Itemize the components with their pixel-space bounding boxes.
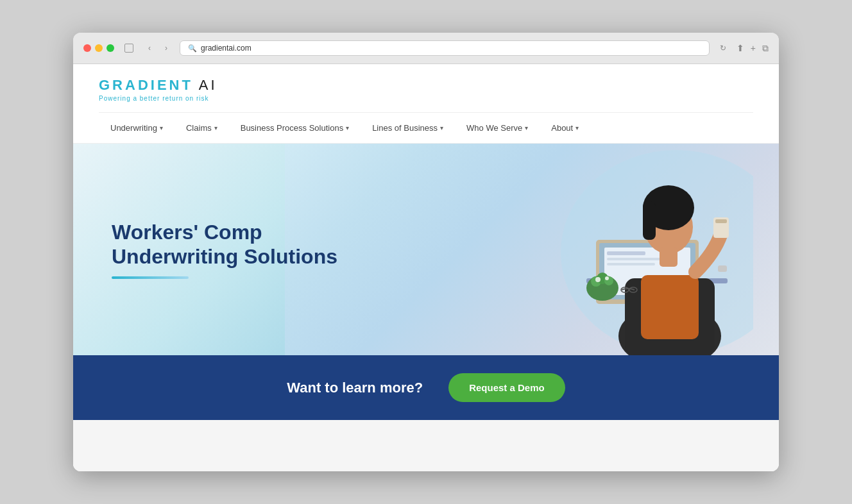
minimize-button[interactable] [95,44,103,52]
nav-item-about[interactable]: About ▾ [540,113,590,143]
logo[interactable]: GRADIENT AI Powering a better return on … [99,77,753,102]
close-button[interactable] [83,44,91,52]
browser-actions: ⬆ + ⧉ [737,43,769,54]
svg-rect-6 [607,258,665,260]
maximize-button[interactable] [106,44,114,52]
svg-rect-23 [718,265,727,272]
chevron-down-icon: ▾ [525,124,528,131]
nav-label-claims: Claims [186,123,212,133]
hero-accent-bar [112,276,189,279]
hero-title: Workers' Comp Underwriting Solutions [112,220,337,269]
main-nav: Underwriting ▾ Claims ▾ Business Process… [99,112,753,143]
svg-rect-7 [607,263,655,265]
logo-ai-text: AI [193,77,217,93]
chevron-down-icon: ▾ [440,124,443,131]
hero-section: Workers' Comp Underwriting Solutions [73,144,779,355]
search-icon: 🔍 [188,44,197,53]
svg-point-22 [605,276,609,280]
duplicate-icon[interactable]: ⧉ [762,43,769,54]
svg-rect-16 [715,219,727,223]
hero-title-line1: Workers' Comp [112,221,262,244]
nav-item-who-we-serve[interactable]: Who We Serve ▾ [455,113,540,143]
hero-title-line2: Underwriting Solutions [112,245,337,268]
svg-rect-5 [607,251,645,255]
svg-point-21 [595,277,601,282]
nav-item-lines[interactable]: Lines of Business ▾ [361,113,455,143]
chevron-down-icon: ▾ [214,124,217,131]
site-header: GRADIENT AI Powering a better return on … [73,64,779,144]
browser-toolbar: ‹ › 🔍 gradientai.com ↻ ⬆ + ⧉ [73,33,779,64]
chevron-down-icon: ▾ [160,124,163,131]
request-demo-button[interactable]: Request a Demo [448,373,565,402]
nav-label-underwriting: Underwriting [110,123,157,133]
address-bar[interactable]: 🔍 gradientai.com [180,40,710,56]
chevron-down-icon: ▾ [346,124,349,131]
refresh-button[interactable]: ↻ [717,42,729,54]
nav-label-about: About [551,123,573,133]
website-content: GRADIENT AI Powering a better return on … [73,64,779,471]
browser-window: ‹ › 🔍 gradientai.com ↻ ⬆ + ⧉ GRADIENT AI… [73,33,779,471]
window-layout-icon [124,44,133,53]
traffic-lights [83,44,114,52]
nav-label-bps: Business Process Solutions [241,123,343,133]
cta-text: Want to learn more? [287,380,423,396]
nav-label-who-we-serve: Who We Serve [466,123,522,133]
new-tab-icon[interactable]: + [751,43,756,54]
svg-rect-12 [660,248,677,267]
hero-content: Workers' Comp Underwriting Solutions [73,220,337,280]
browser-controls: ‹ › [144,42,172,54]
svg-rect-10 [641,275,699,339]
svg-rect-14 [643,201,656,240]
logo-text: GRADIENT AI [99,77,753,94]
chevron-down-icon: ▾ [575,124,579,131]
url-text: gradientai.com [201,44,251,53]
logo-gradient-text: GRADIENT [99,77,193,93]
share-icon[interactable]: ⬆ [737,43,744,54]
back-button[interactable]: ‹ [144,42,155,54]
cta-banner: Want to learn more? Request a Demo [73,355,779,420]
nav-item-bps[interactable]: Business Process Solutions ▾ [229,113,361,143]
nav-item-claims[interactable]: Claims ▾ [175,113,229,143]
nav-label-lines: Lines of Business [372,123,438,133]
logo-tagline: Powering a better return on risk [99,95,753,102]
nav-item-underwriting[interactable]: Underwriting ▾ [99,113,175,143]
footer-area [73,420,779,471]
forward-button[interactable]: › [160,42,172,54]
hero-image [497,150,753,355]
header-top: GRADIENT AI Powering a better return on … [99,77,753,112]
